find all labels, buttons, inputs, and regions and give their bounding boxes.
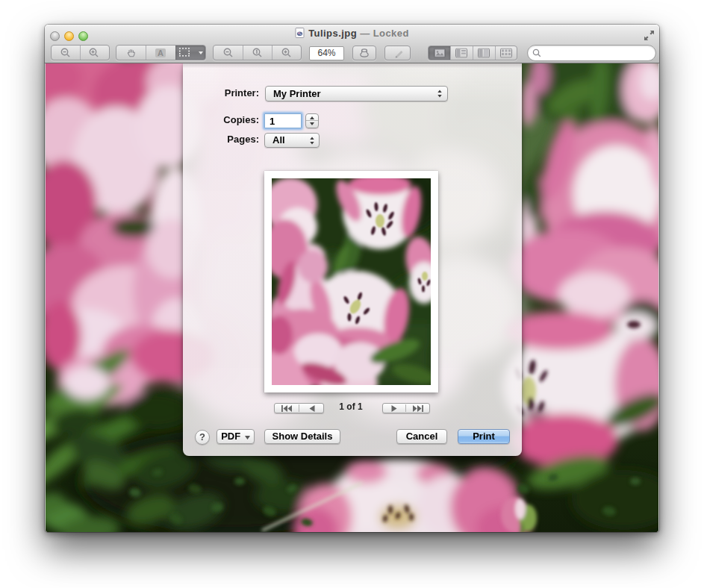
- svg-text:A: A: [158, 49, 163, 57]
